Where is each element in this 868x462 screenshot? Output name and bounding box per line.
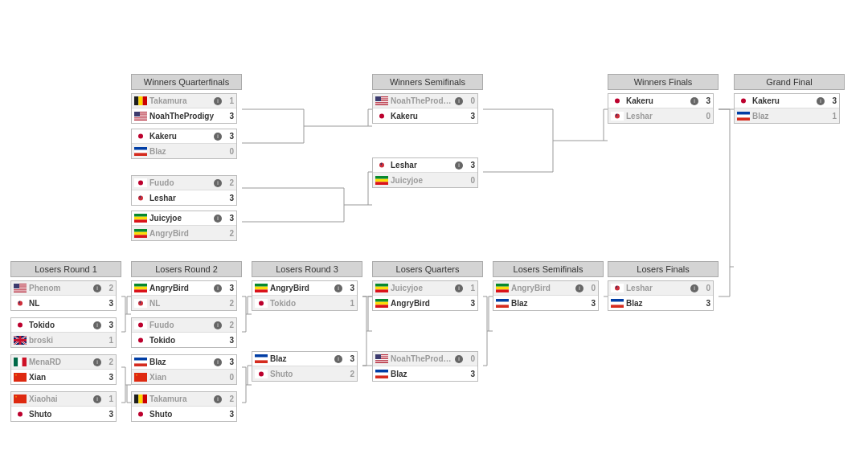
match-box: Kakerui3Blaz0 xyxy=(131,129,237,159)
player-row: Takamurai1 xyxy=(132,94,236,108)
player-name: AngryBird xyxy=(149,229,222,238)
info-icon[interactable]: i xyxy=(214,358,222,366)
player-row: Blaz3 xyxy=(373,366,477,381)
round-header: Losers Round 3 xyxy=(252,261,362,277)
player-row: AngryBirdi0 xyxy=(493,281,598,296)
player-score: 0 xyxy=(224,373,234,382)
round-header: Losers Round 1 xyxy=(10,261,121,277)
flag-jp xyxy=(255,299,268,308)
svg-rect-181 xyxy=(496,284,509,287)
info-icon[interactable]: i xyxy=(93,358,101,366)
svg-rect-152 xyxy=(138,395,142,403)
svg-rect-65 xyxy=(143,96,147,105)
player-score: 1 xyxy=(104,395,113,403)
player-row: Fuudoi2 xyxy=(132,176,236,190)
svg-rect-180 xyxy=(375,375,388,378)
svg-point-165 xyxy=(259,371,264,376)
svg-rect-84 xyxy=(134,229,147,232)
info-icon[interactable]: i xyxy=(455,97,463,105)
player-name: NL xyxy=(29,299,101,308)
svg-rect-70 xyxy=(134,118,147,119)
player-row: NL2 xyxy=(132,296,236,310)
svg-rect-90 xyxy=(375,101,388,102)
info-icon[interactable]: i xyxy=(817,97,825,105)
player-score: 3 xyxy=(224,132,234,141)
info-icon[interactable]: i xyxy=(334,284,342,292)
info-icon[interactable]: i xyxy=(214,179,222,187)
svg-rect-128 xyxy=(14,358,18,366)
player-score: 2 xyxy=(345,370,354,378)
match-box: AngryBirdi0Blaz3 xyxy=(493,280,599,311)
player-name: Kakeru xyxy=(391,112,463,121)
player-row: Tokido3 xyxy=(132,333,236,347)
svg-rect-130 xyxy=(23,358,27,366)
flag-kr xyxy=(611,284,624,292)
info-icon[interactable]: i xyxy=(93,284,101,292)
player-name: Kakeru xyxy=(149,132,212,141)
info-icon[interactable]: i xyxy=(214,321,222,329)
svg-rect-108 xyxy=(737,117,750,121)
info-icon[interactable]: i xyxy=(214,215,222,223)
player-name: Leshar xyxy=(149,194,222,202)
match-box: Xiaohaii1Shuto3 xyxy=(10,391,117,422)
svg-rect-175 xyxy=(375,359,388,360)
match-box: Kakerui3Leshar0 xyxy=(608,93,714,124)
player-row: Xian3 xyxy=(11,370,116,384)
player-row: NoahTheProdigyi0 xyxy=(373,352,477,366)
info-icon[interactable]: i xyxy=(334,355,342,363)
flag-et xyxy=(134,229,147,238)
info-icon[interactable]: i xyxy=(575,284,583,292)
flag-et xyxy=(375,176,388,185)
player-row: NoahTheProdigyi0 xyxy=(373,94,477,108)
svg-rect-81 xyxy=(134,214,147,217)
info-icon[interactable]: i xyxy=(455,355,463,363)
player-row: broski1 xyxy=(11,333,116,347)
flag-si xyxy=(255,354,268,363)
svg-rect-161 xyxy=(255,354,268,358)
info-icon[interactable]: i xyxy=(455,284,463,292)
player-name: Shuto xyxy=(29,410,101,419)
match-box: Blazi3Shuto2 xyxy=(252,351,358,382)
match-box: Takamurai2Shuto3 xyxy=(131,391,237,422)
player-score: 0 xyxy=(224,147,234,156)
info-icon[interactable]: i xyxy=(214,133,222,141)
match-box: Fuudoi2Leshar3 xyxy=(131,175,237,206)
svg-rect-166 xyxy=(375,284,388,287)
player-name: Shuto xyxy=(270,370,342,378)
flag-jp xyxy=(375,112,388,121)
svg-rect-185 xyxy=(496,301,509,305)
player-row: AngryBirdi3 xyxy=(132,281,236,296)
info-icon[interactable]: i xyxy=(690,284,698,292)
info-icon[interactable]: i xyxy=(455,161,463,170)
info-icon[interactable]: i xyxy=(214,395,222,403)
player-row: Xian0 xyxy=(132,370,236,384)
player-row: Juicyjoei1 xyxy=(373,281,477,296)
player-score: 3 xyxy=(345,284,354,292)
svg-rect-107 xyxy=(737,114,750,117)
info-icon[interactable]: i xyxy=(93,321,101,329)
player-name: Blaz xyxy=(149,358,212,366)
player-row: Fuudoi2 xyxy=(132,318,236,333)
info-icon[interactable]: i xyxy=(690,97,698,105)
player-row: Leshar0 xyxy=(608,108,713,123)
flag-si xyxy=(737,112,750,121)
flag-jp xyxy=(255,370,268,378)
player-score: 3 xyxy=(827,96,837,105)
player-row: AngryBirdi3 xyxy=(252,281,357,296)
player-score: 0 xyxy=(465,354,475,363)
player-score: 3 xyxy=(465,112,475,121)
info-icon[interactable]: i xyxy=(93,395,101,403)
flag-jp xyxy=(134,336,147,345)
player-name: AngryBird xyxy=(391,299,463,308)
player-score: 0 xyxy=(465,96,475,105)
player-score: 1 xyxy=(465,284,475,292)
match-box: NoahTheProdigyi0Blaz3 xyxy=(372,351,478,382)
round-header: Winners Quarterfinals xyxy=(131,74,242,90)
info-icon[interactable]: i xyxy=(214,284,222,292)
svg-rect-163 xyxy=(255,360,268,363)
info-icon[interactable]: i xyxy=(214,97,222,105)
player-row: Kakerui3 xyxy=(132,129,236,144)
player-row: Leshari3 xyxy=(373,158,477,173)
player-score: 3 xyxy=(701,96,710,105)
player-row: NoahTheProdigy3 xyxy=(132,108,236,123)
